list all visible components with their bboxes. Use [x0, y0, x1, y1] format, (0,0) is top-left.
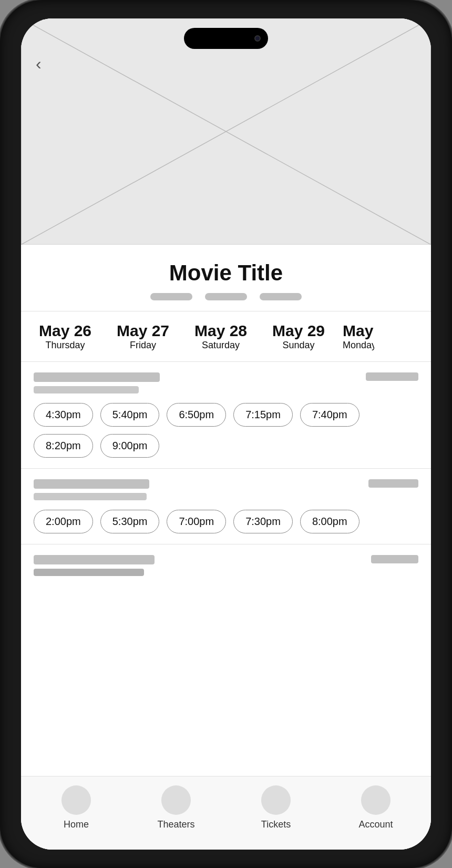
date-day-2: Saturday — [187, 340, 254, 351]
meta-runtime — [205, 293, 247, 300]
nav-label-home: Home — [64, 819, 89, 830]
phone-screen: ‹ Movie Title May 26 Thursday M — [21, 18, 431, 850]
nav-label-tickets: Tickets — [261, 819, 291, 830]
movie-title-section: Movie Title — [21, 245, 431, 311]
theater-header-2 — [34, 555, 418, 564]
theater-name-1 — [34, 479, 149, 489]
date-num-0: May 26 — [32, 322, 99, 340]
nav-label-theaters: Theaters — [157, 819, 194, 830]
date-item-4[interactable]: May 3 Monday — [337, 311, 379, 361]
showtime-btn[interactable]: 9:00pm — [100, 434, 160, 458]
nav-item-theaters[interactable]: Theaters — [126, 785, 226, 830]
theater-header-0 — [34, 372, 418, 382]
theater-name-2 — [34, 555, 155, 564]
showtime-btn[interactable]: 5:30pm — [100, 510, 160, 533]
showtime-btn[interactable]: 7:00pm — [167, 510, 226, 533]
camera-indicator — [254, 35, 261, 42]
nav-item-tickets[interactable]: Tickets — [226, 785, 326, 830]
date-num-4: May 3 — [343, 322, 374, 340]
showtime-btn[interactable]: 7:40pm — [300, 403, 359, 427]
movie-title: Movie Title — [32, 260, 420, 286]
back-button[interactable]: ‹ — [36, 55, 42, 72]
content-area: Movie Title May 26 Thursday May 27 Frida… — [21, 245, 431, 850]
nav-item-account[interactable]: Account — [326, 785, 426, 830]
nav-item-home[interactable]: Home — [26, 785, 126, 830]
theater-distance-0 — [366, 372, 418, 381]
date-day-1: Friday — [109, 340, 177, 351]
date-num-2: May 28 — [187, 322, 254, 340]
tickets-icon — [261, 785, 291, 815]
theater-address-0 — [34, 386, 139, 393]
account-icon — [361, 785, 391, 815]
showtime-btn[interactable]: 8:20pm — [34, 434, 93, 458]
dynamic-island — [184, 28, 268, 49]
showtime-btn[interactable]: 7:15pm — [233, 403, 293, 427]
theater-section-2 — [21, 544, 431, 596]
theater-header-1 — [34, 479, 418, 489]
theater-address-1 — [34, 493, 147, 500]
movie-meta — [32, 293, 420, 300]
date-item-3[interactable]: May 29 Sunday — [260, 311, 337, 361]
showtime-btn[interactable]: 8:00pm — [300, 510, 359, 533]
movie-hero-image: ‹ — [21, 18, 431, 245]
meta-rating — [150, 293, 192, 300]
theaters-icon — [161, 785, 191, 815]
date-num-1: May 27 — [109, 322, 177, 340]
date-day-3: Sunday — [265, 340, 332, 351]
theater-section-1: 2:00pm 5:30pm 7:00pm 7:30pm 8:00pm — [21, 469, 431, 544]
theater-section-0: 4:30pm 5:40pm 6:50pm 7:15pm 7:40pm 8:20p… — [21, 362, 431, 469]
date-num-3: May 29 — [265, 322, 332, 340]
date-day-4: Monday — [343, 340, 374, 351]
meta-genre — [260, 293, 302, 300]
date-item-2[interactable]: May 28 Saturday — [182, 311, 260, 361]
showtime-btn[interactable]: 4:30pm — [34, 403, 93, 427]
showtime-btn[interactable]: 5:40pm — [100, 403, 160, 427]
theater-name-0 — [34, 372, 160, 382]
nav-label-account: Account — [358, 819, 393, 830]
bottom-nav: Home Theaters Tickets Account — [21, 776, 431, 850]
theater-distance-2 — [371, 555, 418, 563]
theater-address-2 — [34, 569, 144, 576]
date-item-1[interactable]: May 27 Friday — [104, 311, 182, 361]
date-selector[interactable]: May 26 Thursday May 27 Friday May 28 Sat… — [21, 311, 431, 362]
theaters-list: 4:30pm 5:40pm 6:50pm 7:15pm 7:40pm 8:20p… — [21, 362, 431, 776]
showtimes-grid-1: 2:00pm 5:30pm 7:00pm 7:30pm 8:00pm — [34, 510, 418, 533]
date-item-0[interactable]: May 26 Thursday — [26, 311, 104, 361]
showtime-btn[interactable]: 6:50pm — [167, 403, 226, 427]
date-day-0: Thursday — [32, 340, 99, 351]
phone-frame: ‹ Movie Title May 26 Thursday M — [0, 0, 452, 868]
theater-distance-1 — [368, 479, 418, 488]
home-icon — [61, 785, 91, 815]
showtime-btn[interactable]: 7:30pm — [233, 510, 293, 533]
showtimes-grid-0: 4:30pm 5:40pm 6:50pm 7:15pm 7:40pm 8:20p… — [34, 403, 418, 458]
showtime-btn[interactable]: 2:00pm — [34, 510, 93, 533]
